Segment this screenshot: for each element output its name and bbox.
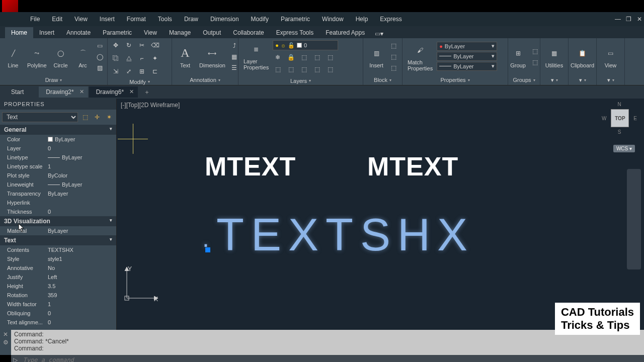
explode-icon[interactable]: ✦	[150, 53, 160, 63]
prop-row-justify[interactable]: JustifyLeft	[0, 273, 116, 282]
panel-annotation-title[interactable]: Annotation	[172, 75, 238, 85]
rotate-icon[interactable]: ↻	[124, 40, 134, 50]
ucs-icon[interactable]: Y X	[123, 267, 158, 304]
menu-edit[interactable]: Edit	[47, 14, 67, 25]
match-properties-button[interactable]: 🖌Match Properties	[406, 41, 435, 72]
select-objects-icon[interactable]: ✛	[92, 112, 102, 122]
move-icon[interactable]: ✥	[111, 40, 121, 50]
section-general[interactable]: General	[0, 125, 116, 135]
prop-row-thickness[interactable]: Thickness0	[0, 207, 116, 216]
tab-drawing2[interactable]: Drawing2*✕	[39, 86, 88, 98]
panel-layers-title[interactable]: Layers	[238, 76, 363, 85]
dimension-button[interactable]: ⟷Dimension	[197, 44, 227, 69]
layer-icon4[interactable]: ⬚	[312, 52, 322, 62]
menu-help[interactable]: Help	[351, 14, 373, 25]
menu-draw[interactable]: Draw	[179, 14, 203, 25]
prop-row-rotation[interactable]: Rotation359	[0, 291, 116, 300]
quick-select-icon[interactable]: ✶	[104, 112, 114, 122]
color-combo[interactable]: ●ByLayer▾	[437, 42, 497, 51]
tab-insert[interactable]: Insert	[33, 27, 60, 38]
leader-icon[interactable]: ⤴	[229, 41, 239, 51]
tab-start[interactable]: Start	[4, 86, 38, 98]
cmd-config-icon[interactable]: ⚙	[3, 339, 9, 346]
mtext-object-1[interactable]: MTEXT	[205, 151, 296, 182]
layer-icon6[interactable]: ⬚	[273, 64, 283, 74]
rectangle-icon[interactable]: ▭	[95, 41, 105, 51]
tab-output[interactable]: Output	[197, 27, 227, 38]
prop-row-lineweight[interactable]: LineweightByLayer	[0, 180, 116, 189]
block-icon2[interactable]: ⬚	[388, 52, 398, 62]
menu-dimension[interactable]: Dimension	[205, 14, 244, 25]
restore-button[interactable]: ❐	[621, 14, 631, 25]
add-tab-button[interactable]: ＋	[139, 86, 155, 99]
group-button[interactable]: ⊞Group	[508, 44, 528, 69]
selection-grip[interactable]	[205, 247, 210, 252]
tab-collaborate[interactable]: Collaborate	[227, 27, 270, 38]
object-type-select[interactable]: Text	[2, 112, 78, 122]
panel-block-title[interactable]: Block	[363, 75, 402, 85]
stretch-icon[interactable]: ⇲	[111, 66, 121, 76]
clipboard-button[interactable]: 📋Clipboard	[569, 44, 596, 69]
scale-icon[interactable]: ⤢	[124, 66, 134, 76]
text-button[interactable]: AText	[175, 44, 195, 69]
text-object-selected[interactable]: .TEXTSHX	[202, 209, 474, 264]
close-icon[interactable]: ✕	[79, 88, 84, 95]
group-icon2[interactable]: ⬚	[530, 57, 540, 67]
group-icon1[interactable]: ⬚	[530, 46, 540, 56]
tab-parametric[interactable]: Parametric	[97, 27, 138, 38]
viewcube[interactable]: N W TOP E S	[602, 102, 637, 135]
prop-row-text-alignme-[interactable]: Text alignme...0	[0, 318, 116, 327]
prop-row-plot-style[interactable]: Plot styleByColor	[0, 171, 116, 180]
copy-icon[interactable]: ⿻	[111, 53, 121, 63]
prop-row-obliquing[interactable]: Obliquing0	[0, 309, 116, 318]
prop-row-contents[interactable]: ContentsTEXTSHX	[0, 245, 116, 254]
linetype-combo[interactable]: ByLayer▾	[437, 62, 497, 71]
tab-express-tools[interactable]: Express Tools	[270, 27, 319, 38]
close-icon[interactable]: ✕	[129, 88, 134, 95]
command-input[interactable]	[23, 356, 642, 362]
layer-icon10[interactable]: ⬚	[325, 64, 335, 74]
menu-modify[interactable]: Modify	[246, 14, 274, 25]
viewcube-top[interactable]: TOP	[611, 109, 629, 127]
line-button[interactable]: ╱Line	[3, 44, 23, 69]
prop-row-transparency[interactable]: TransparencyByLayer	[0, 189, 116, 198]
layer-icon3[interactable]: ⬚	[299, 52, 309, 62]
menu-file[interactable]: File	[25, 14, 45, 25]
menu-insert[interactable]: Insert	[95, 14, 120, 25]
panel-draw-title[interactable]: Draw	[0, 75, 107, 85]
prop-row-color[interactable]: ColorByLayer	[0, 135, 116, 144]
prop-row-annotative[interactable]: AnnotativeNo	[0, 263, 116, 273]
circle-button[interactable]: ◯Circle	[51, 44, 71, 69]
toggle-pickadd-icon[interactable]: ⬚	[80, 112, 90, 122]
tab-extra[interactable]: ▭▾	[371, 29, 387, 38]
layer-icon5[interactable]: ⬚	[325, 52, 335, 62]
prop-row-height[interactable]: Height3.5	[0, 282, 116, 291]
array-icon[interactable]: ⊞	[137, 66, 147, 76]
block-icon1[interactable]: ⬚	[388, 41, 398, 51]
drawing-canvas[interactable]: [-][Top][2D Wireframe] MTEXT MTEXT .TEXT…	[117, 99, 644, 330]
minimize-button[interactable]: —	[610, 14, 620, 25]
erase-icon[interactable]: ⌫	[150, 40, 160, 50]
fillet-icon[interactable]: ⌐	[137, 53, 147, 63]
wcs-label[interactable]: WCS ▾	[613, 145, 635, 152]
trim-icon[interactable]: ✂	[137, 40, 147, 50]
cmd-close-icon[interactable]: ✕	[3, 331, 8, 338]
mirror-icon[interactable]: ⧋	[124, 53, 134, 63]
layer-combo[interactable]: ● ☼ 🔓 0	[273, 40, 338, 50]
tab-drawing6[interactable]: Drawing6*✕	[89, 86, 138, 98]
layer-icon7[interactable]: ⬚	[286, 64, 296, 74]
menu-view[interactable]: View	[69, 14, 93, 25]
layer-icon1[interactable]: ❄	[273, 52, 283, 62]
polyline-button[interactable]: ⤳Polyline	[25, 44, 49, 69]
panel-modify-title[interactable]: Modify	[108, 78, 172, 85]
prop-row-layer[interactable]: Layer0	[0, 144, 116, 153]
tab-home[interactable]: Home	[5, 27, 33, 38]
prop-row-style[interactable]: Stylestyle1	[0, 254, 116, 263]
prop-row-material[interactable]: MaterialByLayer	[0, 226, 116, 235]
section-3d-visualization[interactable]: 3D Visualization	[0, 216, 116, 226]
menu-parametric[interactable]: Parametric	[276, 14, 315, 25]
layer-properties-button[interactable]: ≣Layer Properties	[242, 40, 271, 71]
prop-row-width-factor[interactable]: Width factor1	[0, 300, 116, 309]
offset-icon[interactable]: ⊏	[150, 66, 160, 76]
menu-window[interactable]: Window	[317, 14, 349, 25]
